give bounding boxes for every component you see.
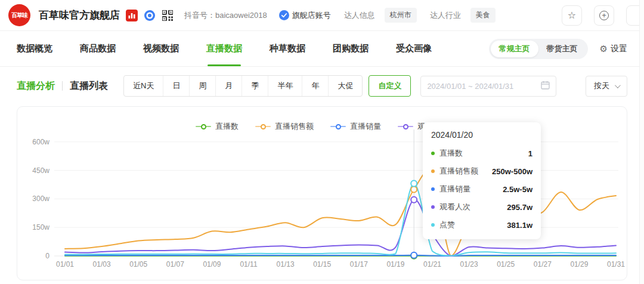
range-button-6[interactable]: 年	[302, 76, 328, 96]
account-badge-label: 旗舰店账号	[292, 10, 331, 21]
tooltip-label: 观看人次	[439, 202, 470, 212]
date-range-value: 2024/01/01 ~ 2024/01/31	[427, 82, 513, 91]
homepage-pill-0[interactable]: 常规主页	[491, 41, 538, 57]
custom-range-button[interactable]: 自定义	[369, 75, 411, 97]
svg-text:01/11: 01/11	[240, 260, 257, 268]
svg-text:300w: 300w	[32, 195, 49, 203]
svg-text:01/25: 01/25	[497, 260, 515, 268]
favorite-button[interactable]: ☆	[562, 5, 582, 26]
svg-text:150w: 150w	[32, 223, 49, 231]
range-button-1[interactable]: 日	[163, 76, 189, 96]
nav-tab-5[interactable]: 团购数据	[333, 31, 369, 66]
store-logo: 百草味	[8, 4, 30, 26]
legend-marker-icon	[196, 124, 211, 129]
section-tab-live-list[interactable]: 直播列表	[70, 80, 108, 92]
gear-icon: ⚙	[600, 44, 608, 54]
tooltip-label: 直播数	[439, 148, 463, 159]
data-rank-icon[interactable]	[126, 10, 138, 21]
section-tab-live-analysis[interactable]: 直播分析	[17, 80, 55, 92]
tooltip-row-0: 直播数1	[431, 144, 532, 162]
range-button-4[interactable]: 季	[242, 76, 268, 96]
account-badge: 旗舰店账号	[279, 10, 331, 21]
follow-button[interactable]: +	[594, 5, 614, 26]
tooltip-value: 2.5w-5w	[503, 185, 532, 194]
tooltip-row-4: 点赞381.1w	[431, 216, 532, 234]
range-button-3[interactable]: 月	[215, 76, 242, 96]
svg-text:600w: 600w	[32, 138, 49, 146]
nav-tab-0[interactable]: 数据概览	[17, 31, 52, 66]
city-tag: 杭州市	[385, 8, 417, 23]
chart-tooltip: 2024/01/20 直播数1直播销售额250w-500w直播销量2.5w-5w…	[423, 122, 541, 239]
svg-text:450w: 450w	[32, 166, 49, 175]
homepage-toggle: 常规主页带货主页	[489, 39, 588, 59]
calendar-icon	[541, 81, 550, 91]
industry-tag: 美食	[470, 8, 496, 23]
svg-text:01/17: 01/17	[350, 260, 368, 268]
tooltip-label: 点赞	[439, 220, 455, 230]
svg-text:0: 0	[45, 252, 49, 260]
nav-tab-6[interactable]: 受众画像	[396, 31, 432, 66]
tooltip-date: 2024/01/20	[431, 130, 532, 140]
plus-circle-icon: +	[599, 11, 609, 20]
tooltip-value: 1	[528, 149, 532, 158]
svg-text:01/09: 01/09	[203, 260, 221, 268]
granularity-value: 按天	[594, 81, 609, 91]
range-button-2[interactable]: 周	[189, 76, 215, 96]
range-button-5[interactable]: 半年	[268, 76, 302, 96]
svg-text:01/19: 01/19	[386, 260, 404, 268]
svg-text:01/23: 01/23	[460, 260, 478, 268]
industry-label: 达人行业	[430, 10, 461, 21]
legend-label: 直播销售额	[275, 121, 314, 132]
legend-label: 直播数	[215, 121, 239, 132]
svg-text:01/15: 01/15	[313, 260, 331, 268]
legend-marker-icon	[398, 124, 413, 129]
filter-row: 直播分析 直播列表 近N天日周月季半年年大促 自定义 2024/01/01 ~ …	[0, 67, 644, 104]
store-name: 百草味官方旗舰店	[39, 8, 120, 22]
douyin-id: 抖音号：baicaowei2018	[184, 10, 267, 21]
douyin-id-label: 抖音号：	[184, 11, 215, 20]
medal-badge-icon[interactable]	[144, 10, 156, 21]
tooltip-rows: 直播数1直播销售额250w-500w直播销量2.5w-5w观看人次295.7w点…	[431, 144, 532, 234]
scrollbar-gutter[interactable]	[639, 0, 644, 284]
qr-code-icon[interactable]	[162, 10, 174, 21]
svg-text:01/05: 01/05	[129, 260, 147, 268]
info-label: 达人信息	[344, 10, 375, 21]
tooltip-row-1: 直播销售额250w-500w	[431, 162, 532, 180]
top-bar: 百草味 百草味官方旗舰店 抖音号：baicaowei2018 旗舰店账号 达人信…	[0, 0, 644, 31]
tooltip-label: 直播销量	[439, 184, 470, 195]
series-dot-icon	[431, 205, 435, 209]
legend-label: 直播销量	[350, 121, 381, 132]
series-dot-icon	[431, 152, 435, 155]
section-divider	[62, 81, 63, 91]
range-button-0[interactable]: 近N天	[124, 76, 163, 96]
homepage-pill-1[interactable]: 带货主页	[538, 41, 586, 57]
nav-tab-4[interactable]: 种草数据	[270, 31, 305, 66]
legend-item-1[interactable]: 直播销售额	[255, 121, 314, 132]
date-range-input[interactable]: 2024/01/01 ~ 2024/01/31	[420, 76, 556, 97]
nav-tab-2[interactable]: 视频数据	[143, 31, 179, 66]
tooltip-value: 250w-500w	[492, 167, 532, 176]
svg-text:01/01: 01/01	[56, 260, 74, 268]
nav-right: 常规主页带货主页 ⚙ 设置	[489, 39, 627, 59]
svg-text:01/21: 01/21	[423, 260, 441, 268]
nav-tab-3[interactable]: 直播数据	[206, 31, 242, 66]
nav-tab-1[interactable]: 商品数据	[80, 31, 116, 66]
granularity-select[interactable]: 按天	[586, 76, 627, 97]
svg-text:01/07: 01/07	[166, 260, 184, 268]
legend-item-2[interactable]: 直播销量	[330, 121, 381, 132]
svg-text:01/27: 01/27	[534, 260, 552, 268]
range-button-7[interactable]: 大促	[328, 76, 362, 96]
nav-row: 数据概览商品数据视频数据直播数据种草数据团购数据受众画像 常规主页带货主页 ⚙ …	[0, 31, 644, 67]
tooltip-row-3: 观看人次295.7w	[431, 198, 532, 216]
series-dot-icon	[431, 187, 435, 191]
tooltip-row-2: 直播销量2.5w-5w	[431, 180, 532, 198]
star-icon: ☆	[568, 10, 576, 21]
tooltip-value: 295.7w	[507, 203, 532, 212]
chart-card: 0150w300w450w600w01/0101/0301/0501/0701/…	[17, 106, 627, 280]
tooltip-value: 381.1w	[507, 221, 532, 230]
douyin-id-value: baicaowei2018	[215, 11, 267, 20]
svg-text:01/13: 01/13	[277, 260, 295, 268]
settings-label: 设置	[611, 44, 627, 54]
settings-button[interactable]: ⚙ 设置	[600, 44, 627, 54]
legend-item-0[interactable]: 直播数	[196, 121, 239, 132]
